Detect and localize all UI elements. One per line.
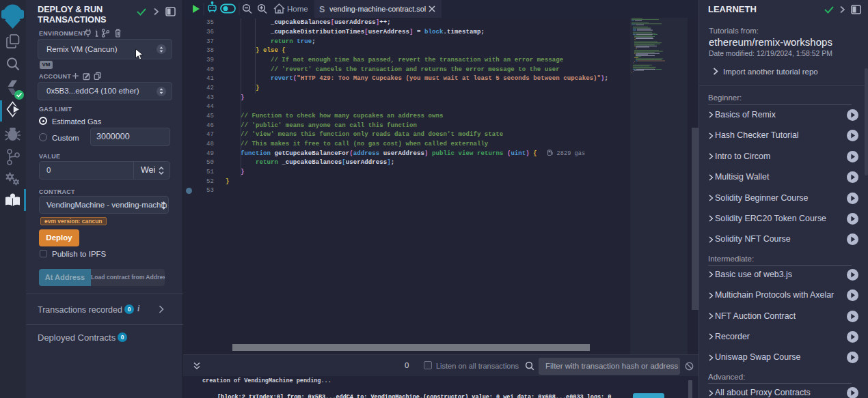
svg-text:Home: Home: [287, 5, 308, 13]
svg-text:vending-machine-contract.sol: vending-machine-contract.sol: [329, 5, 426, 13]
svg-text:S: S: [319, 5, 325, 14]
